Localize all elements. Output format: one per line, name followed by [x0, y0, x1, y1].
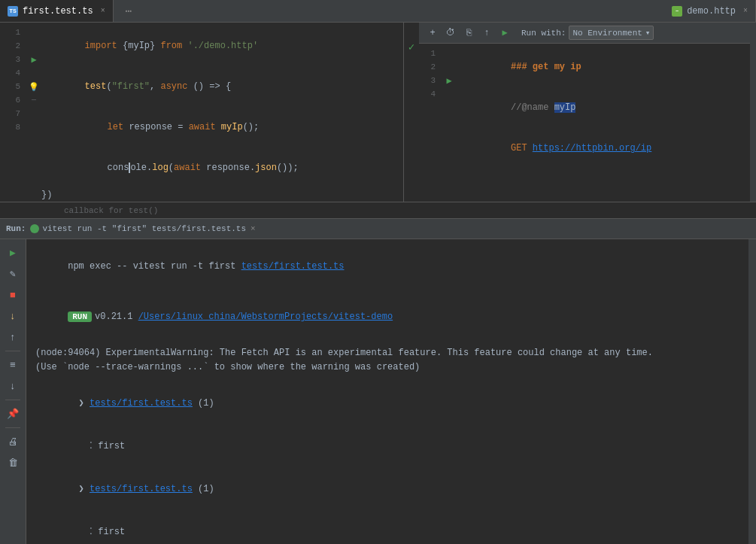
- terminal-suite2-item: ⁚ first: [35, 511, 739, 544]
- npm-exec-text: npm exec -- vitest run -t first: [68, 261, 241, 272]
- tab-close-demo-http[interactable]: ×: [743, 7, 748, 15]
- http-history-button[interactable]: ⏱: [443, 26, 458, 41]
- http-line-1: ### get my ip: [457, 47, 750, 87]
- suite2-link[interactable]: tests/first.test.ts: [90, 484, 193, 494]
- http-line-2: //@name myIp: [457, 87, 750, 128]
- http-run-button[interactable]: ▶: [497, 26, 512, 41]
- terminal-output: npm exec -- vitest run -t first tests/fi…: [26, 239, 748, 544]
- terminal-suite1-item: ⁚ first: [35, 425, 739, 468]
- suite1-count: (1): [193, 398, 214, 409]
- tab-close-first-test[interactable]: ×: [101, 7, 105, 15]
- print-button[interactable]: 🖨: [4, 433, 22, 451]
- ts-line-numbers: 12345678: [0, 23, 26, 202]
- ts-line-3: test("first", async () => {: [41, 66, 403, 107]
- terminal-run-line: RUNv0.21.1 /Users/linux_china/WebstormPr…: [35, 296, 739, 339]
- ts-gutter-icons: ▶ 💡 ─: [26, 23, 41, 202]
- ts-editor: 12345678 ▶ 💡 ─ import {myIp} from './dem…: [0, 23, 404, 202]
- run-config-icon: [30, 224, 39, 233]
- ts-line-4: let response = await myIp();: [41, 107, 403, 147]
- tab-first-test-ts[interactable]: TS first.test.ts ×: [0, 0, 114, 22]
- http-export-button[interactable]: ↑: [479, 26, 494, 41]
- run-label: Run:: [6, 224, 26, 233]
- toolbar-separator-1: [5, 351, 20, 351]
- ts-line-6: }): [41, 188, 403, 202]
- terminal-cmd-link[interactable]: tests/first.test.ts: [241, 261, 345, 272]
- terminal-suite1: ❯ tests/first.test.ts (1): [35, 382, 739, 425]
- env-select[interactable]: No Environment ▾: [569, 26, 654, 40]
- tab-demo-http[interactable]: ~ demo.http ×: [664, 0, 756, 22]
- tab-label-first-test: first.test.ts: [23, 6, 93, 17]
- check-icon: ✓: [408, 41, 414, 53]
- http-line-numbers: 1234: [419, 47, 442, 202]
- fold-icon[interactable]: ─: [32, 96, 36, 105]
- editor-scrollbar[interactable]: [750, 23, 756, 202]
- ts-line-1: import {myIp} from './demo.http': [41, 26, 403, 66]
- run-version: v0.21.1: [95, 312, 138, 322]
- up-arrow-button[interactable]: ↑: [4, 328, 22, 346]
- http-line-3: GET https://httpbin.org/ip: [457, 128, 750, 169]
- run-badge: RUN: [68, 312, 92, 322]
- ts-file-icon: TS: [8, 6, 18, 17]
- http-add-button[interactable]: +: [425, 26, 440, 41]
- down-arrow-button[interactable]: ↓: [4, 307, 22, 325]
- terminal-cmd-line: npm exec -- vitest run -t first tests/fi…: [35, 245, 739, 288]
- http-toolbar: + ⏱ ⎘ ↑ ▶ Run with: No Environment ▾: [419, 23, 750, 44]
- http-copy-button[interactable]: ⎘: [461, 26, 476, 41]
- run-path-link[interactable]: /Users/linux_china/WebstormProjects/vite…: [138, 312, 393, 322]
- play-button[interactable]: ▶: [4, 244, 22, 262]
- stop-button[interactable]: ■: [4, 286, 22, 304]
- terminal-warn1: (node:94064) ExperimentalWarning: The Fe…: [35, 346, 739, 360]
- http-run-gutter-icon[interactable]: ▶: [446, 75, 451, 87]
- toolbar-separator-3: [5, 427, 20, 428]
- callback-hint-text: callback for test(): [64, 206, 158, 215]
- suite2-count: (1): [193, 484, 214, 494]
- terminal-suite2: ❯ tests/first.test.ts (1): [35, 468, 739, 511]
- tab-label-demo-http: demo.http: [687, 6, 736, 17]
- trash-button[interactable]: 🗑: [4, 454, 22, 472]
- terminal-empty-1: [35, 288, 739, 296]
- editor-separator: ✓: [404, 23, 419, 202]
- terminal-warn2: (Use `node --trace-warnings ...` to show…: [35, 360, 739, 375]
- run-with-label: Run with:: [521, 29, 566, 38]
- run-bar: Run: vitest run -t "first" tests/first.t…: [0, 218, 756, 239]
- suite1-link[interactable]: tests/first.test.ts: [90, 398, 193, 409]
- suite2-item-text: first: [98, 527, 125, 537]
- left-toolbar: ▶ ✎ ■ ↓ ↑ ≡ ↓ 📌 🖨 🗑: [0, 239, 26, 544]
- terminal-empty-3: [35, 375, 739, 382]
- right-gutter: [748, 239, 756, 544]
- lines-button[interactable]: ≡: [4, 356, 22, 374]
- http-code: 1234 ▶ ### get my ip //@name myIp GET ht…: [419, 44, 750, 202]
- edit-button[interactable]: ✎: [4, 265, 22, 283]
- run-close-button[interactable]: ×: [250, 224, 256, 233]
- run-config: vitest run -t "first" tests/first.test.t…: [30, 224, 246, 233]
- terminal-empty-2: [35, 339, 739, 346]
- pin-button[interactable]: 📌: [4, 405, 22, 423]
- bulb-icon[interactable]: 💡: [29, 82, 39, 92]
- output-area: ▶ ✎ ■ ↓ ↑ ≡ ↓ 📌 🖨 🗑 npm exec -- vitest r…: [0, 239, 756, 544]
- toolbar-separator-2: [5, 400, 20, 400]
- ts-code-content: import {myIp} from './demo.http' test("f…: [41, 23, 403, 202]
- run-config-text[interactable]: vitest run -t "first" tests/first.test.t…: [42, 224, 246, 233]
- down2-button[interactable]: ↓: [4, 377, 22, 395]
- http-file-icon: ~: [672, 6, 682, 17]
- tab-more-button[interactable]: ⋯: [120, 5, 138, 17]
- tab-bar: TS first.test.ts × ⋯ ~ demo.http ×: [0, 0, 756, 23]
- http-editor: + ⏱ ⎘ ↑ ▶ Run with: No Environment ▾ 123…: [419, 23, 750, 202]
- run-test-gutter-icon[interactable]: ▶: [31, 54, 36, 65]
- http-gutter: ▶: [442, 47, 457, 202]
- ts-line-5: console.log(await response.json());: [41, 147, 403, 188]
- callback-hint: callback for test(): [0, 202, 756, 218]
- editor-area: 12345678 ▶ 💡 ─ import {myIp} from './dem…: [0, 23, 756, 202]
- http-content: ### get my ip //@name myIp GET https://h…: [457, 47, 750, 202]
- suite1-item-text: first: [98, 441, 125, 451]
